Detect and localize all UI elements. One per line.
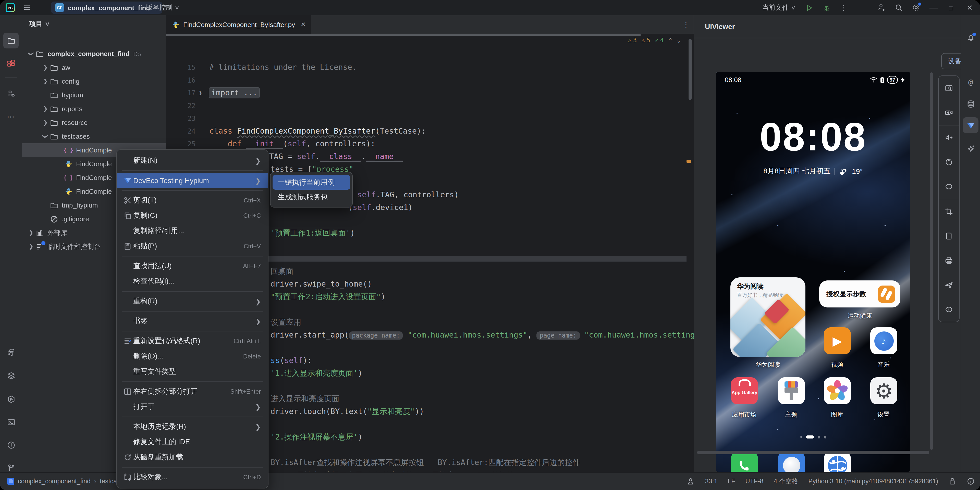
- tool-circle[interactable]: [939, 174, 959, 199]
- activitybar-commit-red[interactable]: [3, 56, 19, 71]
- editor-scrollbar[interactable]: [688, 35, 692, 472]
- search-everywhere-button[interactable]: [890, 0, 907, 15]
- scrollbar-thumb[interactable]: [689, 39, 692, 100]
- uiviewer-horizontal-scrollbar[interactable]: [697, 451, 929, 454]
- status-indent-style[interactable]: 4 个空格: [773, 477, 798, 486]
- toolwindow-mentions-at[interactable]: @: [963, 74, 978, 90]
- chevron-right-icon[interactable]: ❯: [41, 119, 49, 126]
- run-button[interactable]: [800, 0, 818, 15]
- activitybar-run-anything[interactable]: [3, 391, 19, 407]
- app-视频[interactable]: ▶: [824, 327, 851, 354]
- main-menu-button[interactable]: [18, 0, 36, 15]
- inspections-widget[interactable]: ⚠3 ⚠5 ✓4 ⌃ ⌃: [628, 37, 680, 44]
- more-actions-button[interactable]: ⋮: [835, 0, 853, 15]
- error-stripe-mark[interactable]: [687, 160, 691, 163]
- menu-item-DevEco Testing Hypium[interactable]: DevEco Testing Hypium❯: [117, 173, 268, 188]
- toolwindow-ai-sparkle[interactable]: [963, 141, 978, 157]
- vcs-widget[interactable]: 版本控制˅: [146, 0, 179, 15]
- tree-item-testcases[interactable]: ❯testcases: [22, 130, 166, 143]
- debug-button[interactable]: [818, 0, 835, 15]
- chevron-right-icon[interactable]: ❯: [27, 243, 35, 250]
- tree-item-resource[interactable]: ❯resource: [22, 116, 166, 130]
- menu-item-比较对象...[interactable]: 比较对象...Ctrl+D: [117, 469, 268, 485]
- tool-volume-plus[interactable]: [939, 125, 959, 150]
- minimize-button[interactable]: —: [925, 0, 942, 15]
- phone-screen-mirror[interactable]: 08:08 97 08:08 8月8日周四 七月初五 19° 华为阅读 百万好书…: [716, 72, 910, 472]
- close-button[interactable]: ✕: [959, 0, 980, 15]
- tree-item-aw[interactable]: ❯aw: [22, 61, 166, 75]
- menu-item-检查代码(I)...[interactable]: 检查代码(I)...: [117, 274, 268, 289]
- tree-item-config[interactable]: ❯config: [22, 75, 166, 88]
- tool-crop[interactable]: [939, 199, 959, 224]
- tree-item-reports[interactable]: ❯reports: [22, 102, 166, 116]
- settings-button[interactable]: [907, 0, 925, 15]
- tool-record-video[interactable]: [939, 100, 959, 125]
- menu-item-查找用法(U)[interactable]: 查找用法(U)Alt+F7: [117, 258, 268, 274]
- menu-item-在右侧拆分部分打开[interactable]: 在右侧拆分部分打开Shift+Enter: [117, 384, 268, 399]
- tree-item-hypium[interactable]: hypium: [22, 88, 166, 102]
- menu-item-复制(C)[interactable]: 复制(C)Ctrl+C: [117, 208, 268, 223]
- tool-device-frame[interactable]: [939, 224, 959, 248]
- menu-item-重新设置代码格式(R)[interactable]: 重新设置代码格式(R)Ctrl+Alt+L: [117, 333, 268, 349]
- toolwindow-deveco-active[interactable]: [963, 117, 978, 133]
- project-panel-header[interactable]: 项目˅: [22, 15, 166, 33]
- tool-printer[interactable]: [939, 248, 959, 273]
- menu-item-修复文件上的 IDE[interactable]: 修复文件上的 IDE: [117, 434, 268, 450]
- toolwindow-notifications-bell[interactable]: [963, 30, 978, 45]
- menu-item-新建(N)[interactable]: 新建(N)❯: [117, 153, 268, 168]
- menu-item-书签[interactable]: 书签❯: [117, 314, 268, 329]
- menu-item-复制路径/引用...[interactable]: 复制路径/引用...: [117, 223, 268, 239]
- app-应用市场[interactable]: App Gallery: [731, 377, 758, 404]
- app-设置[interactable]: ⚙: [870, 377, 897, 404]
- submenu-item-一键执行当前用例[interactable]: 一键执行当前用例: [272, 175, 350, 190]
- tree-item-complex_component_find[interactable]: ❯complex_component_findD:\: [22, 47, 166, 61]
- device-selector-button[interactable]: 设备: [941, 53, 962, 69]
- menu-item-重写文件类型[interactable]: 重写文件类型: [117, 364, 268, 379]
- status-line-separator[interactable]: LF: [728, 478, 735, 485]
- activitybar-project-folder[interactable]: [3, 33, 19, 48]
- menu-item-本地历史记录(H)[interactable]: 本地历史记录(H)❯: [117, 419, 268, 434]
- menu-item-粘贴(P)[interactable]: 粘贴(P)Ctrl+V: [117, 239, 268, 254]
- chevron-right-icon[interactable]: ❯: [41, 78, 49, 85]
- tab-options-button[interactable]: ⋮: [682, 15, 690, 34]
- menu-item-删除(D)...[interactable]: 删除(D)...Delete: [117, 349, 268, 364]
- chevron-right-icon[interactable]: ❯: [41, 106, 49, 112]
- toolwindow-database[interactable]: [963, 96, 978, 112]
- dock-app-browser[interactable]: [824, 452, 851, 472]
- menu-item-重构(R)[interactable]: 重构(R)❯: [117, 294, 268, 309]
- activitybar-terminal[interactable]: [3, 414, 19, 430]
- maximize-button[interactable]: □: [942, 0, 959, 15]
- menu-item-剪切(T)[interactable]: 剪切(T)Ctrl+X: [117, 193, 268, 208]
- status-python-interpreter[interactable]: Python 3.10 (main.py4109480143175928361): [808, 478, 938, 485]
- activitybar-services-layers[interactable]: [3, 368, 19, 384]
- widget-huawei-reading[interactable]: 华为阅读 百万好书，精品畅读: [730, 278, 805, 357]
- tool-info-pill[interactable]: [939, 297, 959, 322]
- chevron-down-icon[interactable]: ❯: [27, 51, 35, 57]
- widget-health-steps[interactable]: 授权显示步数: [819, 281, 900, 308]
- lock-open-icon[interactable]: [948, 477, 956, 485]
- chevron-right-icon[interactable]: ❯: [41, 64, 49, 71]
- prev-issue-icon[interactable]: ⌃: [668, 37, 672, 44]
- app-音乐[interactable]: ♪: [870, 327, 897, 354]
- activitybar-structure[interactable]: [3, 86, 19, 101]
- dock-app-contacts[interactable]: [778, 452, 805, 472]
- app-图库[interactable]: [824, 377, 851, 404]
- activitybar-more-ellipsis[interactable]: ⋯: [3, 109, 19, 124]
- activitybar-problems[interactable]: [3, 437, 19, 453]
- info-circle-icon[interactable]: [967, 477, 975, 485]
- tab-active-file[interactable]: FindComplexComponent_ByIsafter.py ✕: [166, 15, 311, 34]
- dock-app-phone-call[interactable]: [731, 452, 758, 472]
- fold-arrow-icon[interactable]: ❯: [199, 87, 202, 100]
- chevron-down-icon[interactable]: ❯: [41, 133, 49, 140]
- breadcrumb-segment[interactable]: complex_component_find: [18, 478, 91, 485]
- tool-power[interactable]: [939, 150, 959, 174]
- code-with-me-button[interactable]: [873, 0, 890, 15]
- menu-item-打开于[interactable]: 打开于❯: [117, 399, 268, 414]
- status-encoding[interactable]: UTF-8: [746, 478, 764, 485]
- uiviewer-vertical-scrollbar[interactable]: [930, 72, 933, 450]
- tool-inspect[interactable]: [939, 76, 959, 100]
- run-configuration-selector[interactable]: 当前文件˅: [762, 3, 795, 12]
- dock-app-camera[interactable]: [870, 452, 897, 472]
- chevron-right-icon[interactable]: ❯: [27, 230, 35, 236]
- menu-item-从磁盘重新加载[interactable]: 从磁盘重新加载: [117, 450, 268, 465]
